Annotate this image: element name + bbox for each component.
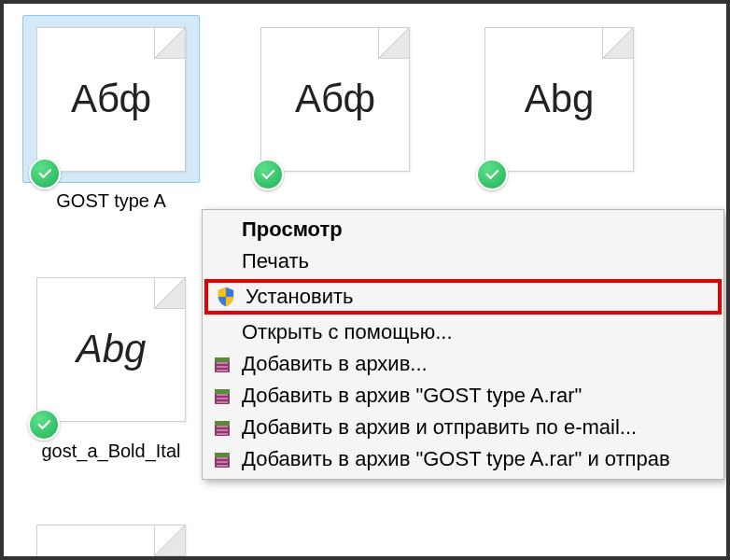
svg-rect-14	[217, 433, 228, 435]
svg-rect-2	[217, 362, 228, 364]
font-preview-text: Abg	[525, 77, 595, 121]
menu-label: Установить	[246, 285, 353, 309]
font-file-icon: Abg	[36, 277, 186, 422]
svg-rect-17	[217, 457, 228, 459]
font-file-label: GOST type A	[56, 190, 165, 212]
font-icon-wrap: Абф	[22, 15, 200, 183]
context-menu: Просмотр Печать Установить Открыть с пом…	[202, 209, 724, 480]
font-file-icon: Abg	[484, 27, 634, 172]
svg-rect-1	[215, 357, 230, 362]
menu-label: Добавить в архив "GOST type A.rar"	[242, 384, 582, 408]
sync-check-icon	[28, 409, 60, 441]
font-icon-wrap: Абф	[246, 15, 424, 183]
font-file-icon: Абф	[36, 27, 186, 172]
sync-check-icon	[252, 159, 284, 190]
sync-check-icon	[29, 158, 61, 189]
font-preview-text: Абф	[71, 77, 151, 121]
menu-label: Открыть с помощью...	[242, 320, 453, 344]
font-file-item[interactable]: Abg gost_a_Bold_Ital	[22, 265, 200, 462]
menu-label: Просмотр	[242, 217, 343, 242]
menu-label: Добавить в архив...	[242, 352, 428, 376]
font-file-icon	[36, 525, 186, 561]
font-preview-text: Abg	[77, 327, 147, 371]
winrar-icon	[212, 449, 232, 469]
font-file-item[interactable]: Abg	[470, 15, 648, 212]
svg-rect-18	[217, 461, 228, 463]
font-icon-wrap: Abg	[470, 15, 648, 183]
font-icon-wrap: Abg	[22, 265, 200, 433]
menu-add-archive[interactable]: Добавить в архив...	[204, 348, 722, 380]
winrar-icon	[212, 354, 232, 374]
menu-label: Печать	[242, 249, 309, 273]
font-file-label: gost_a_Bold_Ital	[41, 441, 180, 462]
files-grid: Абф GOST type A Абф Abg	[4, 4, 726, 223]
font-preview-text: Абф	[295, 77, 375, 121]
menu-label: Добавить в архив "GOST type A.rar" и отп…	[242, 447, 670, 471]
svg-rect-7	[217, 394, 228, 396]
svg-rect-12	[217, 426, 228, 427]
menu-add-archive-named-send[interactable]: Добавить в архив "GOST type A.rar" и отп…	[204, 443, 722, 475]
winrar-icon	[212, 417, 232, 438]
sync-check-icon	[476, 159, 508, 190]
svg-rect-3	[217, 366, 228, 368]
font-file-item[interactable]: Абф GOST type A	[22, 15, 200, 212]
font-icon-wrap	[22, 512, 200, 560]
font-file-item-partial[interactable]	[22, 512, 200, 560]
svg-rect-19	[217, 465, 228, 467]
uac-shield-icon	[216, 287, 236, 307]
winrar-icon	[212, 385, 232, 406]
menu-add-archive-named[interactable]: Добавить в архив "GOST type A.rar"	[204, 380, 722, 412]
font-file-item[interactable]: Абф	[246, 15, 424, 212]
menu-label: Добавить в архив и отправить по e-mail..…	[242, 415, 637, 440]
svg-rect-16	[215, 453, 230, 457]
svg-rect-4	[217, 370, 228, 371]
menu-open-with[interactable]: Открыть с помощью...	[204, 316, 722, 348]
svg-rect-9	[217, 401, 228, 403]
menu-add-archive-email[interactable]: Добавить в архив и отправить по e-mail..…	[204, 412, 722, 443]
svg-rect-13	[217, 429, 228, 431]
menu-print[interactable]: Печать	[204, 245, 722, 277]
menu-install[interactable]: Установить	[204, 279, 722, 315]
svg-rect-8	[217, 398, 228, 399]
menu-preview[interactable]: Просмотр	[204, 214, 722, 245]
svg-rect-11	[215, 421, 230, 426]
svg-rect-6	[215, 389, 230, 394]
font-file-icon: Абф	[260, 27, 410, 172]
